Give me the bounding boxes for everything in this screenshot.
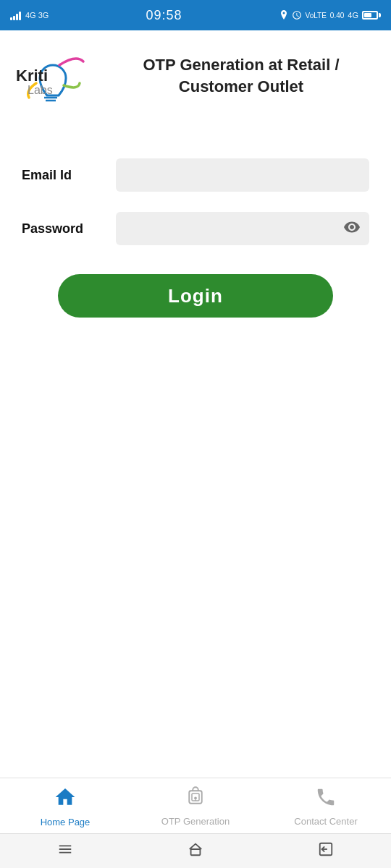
android-back-button[interactable] xyxy=(318,841,334,861)
battery-icon xyxy=(362,11,381,20)
logo: Kriti Labs xyxy=(14,43,94,108)
location-icon xyxy=(279,10,288,20)
nav-label-otp: OTP Generation xyxy=(161,816,230,827)
status-bar: 4G 3G 09:58 VoLTE 0.40 4G xyxy=(0,0,391,30)
phone-icon xyxy=(315,786,337,813)
password-row: Password xyxy=(22,212,369,245)
android-home-button[interactable] xyxy=(188,841,203,861)
nav-label-home: Home Page xyxy=(41,817,91,827)
nav-item-contact[interactable]: Contact Center xyxy=(282,786,369,827)
logo-svg: Kriti Labs xyxy=(14,43,94,105)
bottom-nav: Home Page OTP Generation Contact Center xyxy=(0,778,391,833)
login-form: Email Id Password Login xyxy=(22,158,369,318)
email-row: Email Id xyxy=(22,158,369,192)
svg-rect-8 xyxy=(191,849,201,855)
status-right: VoLTE 0.40 4G xyxy=(279,10,381,20)
network-type-right: 4G xyxy=(348,11,358,20)
data-speed: 0.40 xyxy=(330,12,344,20)
email-input-wrapper xyxy=(116,158,369,192)
status-left: 4G 3G xyxy=(10,10,49,20)
android-nav-bar xyxy=(0,833,391,868)
signal-bars-left xyxy=(10,10,21,20)
network-type-left: 4G 3G xyxy=(25,11,49,20)
svg-text:Kriti: Kriti xyxy=(16,67,48,85)
nav-item-otp[interactable]: OTP Generation xyxy=(152,786,239,827)
alarm-icon xyxy=(292,10,302,20)
password-input[interactable] xyxy=(116,212,369,245)
login-button[interactable]: Login xyxy=(58,274,333,318)
toggle-password-icon[interactable] xyxy=(343,218,361,239)
password-label: Password xyxy=(22,221,116,237)
page-title: OTP Generation at Retail / Customer Outl… xyxy=(106,54,377,97)
app-header: Kriti Labs OTP Generation at Retail / Cu… xyxy=(0,30,391,115)
network-status: VoLTE xyxy=(306,12,327,20)
password-input-wrapper xyxy=(116,212,369,245)
nav-item-home[interactable]: Home Page xyxy=(22,786,109,827)
main-content: Email Id Password Login xyxy=(0,115,391,868)
email-input[interactable] xyxy=(116,158,369,192)
home-icon xyxy=(54,786,77,814)
otp-lock-icon xyxy=(185,786,206,813)
nav-label-contact: Contact Center xyxy=(294,816,357,827)
status-time: 09:58 xyxy=(146,8,182,23)
android-menu-button[interactable] xyxy=(57,841,73,861)
email-label: Email Id xyxy=(22,168,116,183)
svg-point-6 xyxy=(194,796,197,799)
svg-text:Labs: Labs xyxy=(28,84,53,96)
